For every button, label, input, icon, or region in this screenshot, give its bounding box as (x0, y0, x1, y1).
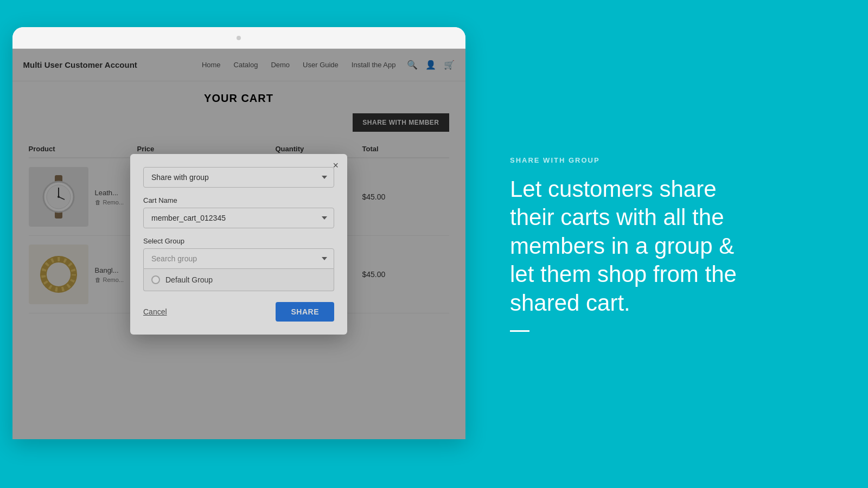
select-group-row: Select Group Search group Default Group (143, 237, 334, 291)
modal-close-button[interactable]: × (333, 160, 339, 170)
left-panel: Multi User Customer Account Home Catalog… (0, 0, 477, 488)
group-option-default[interactable]: Default Group (144, 269, 334, 291)
browser-frame: Multi User Customer Account Home Catalog… (12, 27, 465, 439)
modal-actions: Cancel SHARE (143, 302, 334, 322)
group-dropdown: Default Group (143, 269, 334, 291)
group-radio-default[interactable] (151, 275, 160, 284)
select-group-label: Select Group (143, 237, 334, 245)
store-page: Multi User Customer Account Home Catalog… (12, 49, 465, 439)
action-select-row: Share with group (143, 167, 334, 188)
modal-backdrop: × Share with group Cart Name member_cart… (12, 49, 465, 439)
search-group-container: Search group Default Group (143, 248, 334, 291)
action-dropdown[interactable]: Share with group (143, 167, 334, 188)
cancel-button[interactable]: Cancel (143, 307, 167, 316)
feature-heading: Let customers share their carts with all… (510, 175, 835, 318)
share-modal: × Share with group Cart Name member_cart… (130, 154, 347, 335)
search-group-input[interactable]: Search group (143, 248, 334, 269)
browser-chrome (12, 27, 465, 49)
cart-name-label: Cart Name (143, 196, 334, 204)
group-option-label: Default Group (165, 275, 213, 284)
right-panel: SHARE WITH GROUP Let customers share the… (477, 0, 868, 488)
cart-name-dropdown[interactable]: member_cart_012345 (143, 208, 334, 228)
cart-name-row: Cart Name member_cart_012345 (143, 196, 334, 228)
feature-underline (510, 330, 529, 332)
browser-dot (237, 36, 241, 40)
share-button[interactable]: SHARE (276, 302, 334, 322)
feature-eyebrow: SHARE WITH GROUP (510, 156, 835, 164)
